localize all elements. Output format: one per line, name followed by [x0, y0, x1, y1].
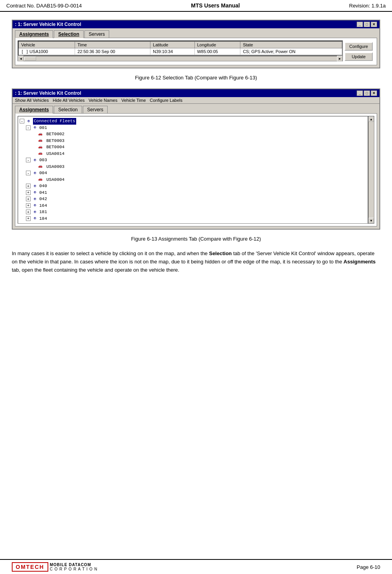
menu-hide-all[interactable]: Hide All Vehicles — [53, 98, 84, 103]
figure1-table-area: Vehicle Time Latitude Longitude State [ … — [18, 40, 343, 56]
vehicle-icon-USA0004: 🚗 — [38, 177, 45, 182]
table-row[interactable]: [ ] USA1000 22:50:36 30 Sep 00 N39:10:34… — [19, 48, 342, 55]
fleet-004[interactable]: - ⊕ 004 — [26, 170, 366, 177]
vehicle-icon-BET0004: 🚗 — [38, 145, 45, 149]
menu-configure-labels[interactable]: Configure Labels — [150, 98, 182, 103]
logo-area: OMTECH MOBILE DATACOM C O R P O R A T I … — [12, 562, 97, 572]
vehicle-BET0002[interactable]: 🚗 BET0002 — [32, 131, 366, 138]
bold-selection: Selection — [209, 250, 232, 256]
fleet-003[interactable]: - ⊕ 003 — [26, 157, 366, 164]
fleet-041-expand[interactable]: + — [26, 190, 31, 195]
scroll-up[interactable]: ▲ — [368, 116, 374, 122]
win1-minimize[interactable]: _ — [357, 22, 363, 27]
fleet-164[interactable]: + ⊕ 164 — [26, 202, 366, 209]
figure2-title: : 1: Server Vehicle Kit Control — [15, 90, 81, 96]
logo-box: OMTECH — [12, 562, 48, 572]
fleet-042-icon: ⊕ — [32, 196, 38, 202]
vertical-scrollbar[interactable]: ▲ ▼ — [368, 116, 374, 224]
scroll-thumb[interactable] — [24, 57, 36, 61]
fleet-003-expand[interactable]: - — [26, 158, 31, 162]
tab-selection-1[interactable]: Selection — [54, 30, 83, 38]
fleet-181-label: 181 — [39, 209, 47, 215]
header-right: Revision: 1.9.1a — [349, 3, 386, 9]
fleet-164-expand[interactable]: + — [26, 203, 31, 208]
footer-logo: OMTECH MOBILE DATACOM C O R P O R A T I … — [12, 562, 97, 572]
document-footer: OMTECH MOBILE DATACOM C O R P O R A T I … — [0, 559, 392, 574]
figure1-window: : 1: Server Vehicle Kit Control _ □ ✕ As… — [12, 20, 380, 68]
fleet-001-expand[interactable]: - — [26, 125, 31, 130]
fleet-184-expand[interactable]: + — [26, 216, 31, 221]
fleet-042[interactable]: + ⊕ 042 — [26, 196, 366, 202]
document-header: Contract No. DAAB15-99-D-0014 MTS Users … — [0, 0, 392, 12]
col-longitude: Longitude — [194, 42, 240, 48]
tab-servers-1[interactable]: Servers — [84, 30, 109, 38]
bold-assignments: Assignments — [344, 259, 376, 265]
figure1-titlebar: : 1: Server Vehicle Kit Control _ □ ✕ — [13, 20, 379, 28]
vehicle-USA0004[interactable]: 🚗 USA0004 — [32, 177, 366, 183]
fleet-184-label: 184 — [39, 215, 47, 222]
logo-subtitle: MOBILE DATACOM C O R P O R A T I O N — [50, 563, 98, 571]
logo-text: OMTECH — [16, 564, 44, 570]
fleet-042-expand[interactable]: + — [26, 197, 31, 201]
fleet-001-label: 001 — [39, 125, 47, 131]
cell-vehicle: [ ] USA1000 — [19, 48, 75, 55]
fleet-001[interactable]: - ⊕ 001 — [26, 125, 366, 131]
fleet-041[interactable]: + ⊕ 041 — [26, 189, 366, 196]
vehicle-label-BET0002: BET0002 — [46, 131, 64, 138]
vehicle-icon-BET0002: 🚗 — [38, 132, 45, 136]
horizontal-scrollbar[interactable]: ◄ ► — [18, 56, 343, 61]
tree-root[interactable]: - ⊕ Connected Fleets — [20, 118, 366, 125]
tree-panel: - ⊕ Connected Fleets - ⊕ 001 🚗 — [18, 116, 368, 224]
scroll-left[interactable]: ◄ — [18, 56, 24, 61]
tab-assignments-2[interactable]: Assignments — [15, 106, 53, 114]
tab-selection-2[interactable]: Selection — [54, 106, 82, 114]
vehicle-label-USA0004: USA0004 — [46, 177, 64, 183]
vehicle-USA0014[interactable]: 🚗 USA0014 — [32, 151, 366, 157]
scroll-right[interactable]: ► — [337, 56, 343, 61]
figure2-menubar: Show All Vehicles Hide All Vehicles Vehi… — [13, 97, 379, 104]
mobile-datacom: MOBILE DATACOM — [50, 563, 98, 567]
menu-vehicle-names[interactable]: Vehicle Names — [89, 98, 117, 103]
figure1-caption: Figure 6-12 Selection Tab (Compare with … — [12, 75, 380, 81]
cell-state: CS; GPS Active; Power ON — [240, 48, 342, 55]
col-latitude: Latitude — [150, 42, 194, 48]
fleet-040[interactable]: + ⊕ 040 — [26, 183, 366, 189]
win1-maximize[interactable]: □ — [364, 22, 370, 27]
win2-minimize[interactable]: _ — [357, 90, 363, 96]
header-center: MTS Users Manual — [191, 2, 240, 9]
scroll-down[interactable]: ▼ — [368, 218, 374, 223]
win2-close[interactable]: ✕ — [371, 90, 377, 96]
vehicle-icon-USA0003: 🚗 — [38, 164, 45, 169]
root-expand[interactable]: - — [20, 119, 24, 123]
vehicle-BET0003[interactable]: 🚗 BET0003 — [32, 138, 366, 144]
vehicle-USA0003[interactable]: 🚗 USA0003 — [32, 164, 366, 170]
vehicle-BET0004[interactable]: 🚗 BET0004 — [32, 144, 366, 151]
figure2-window: : 1: Server Vehicle Kit Control _ □ ✕ Sh… — [12, 88, 380, 230]
fleet-184[interactable]: + ⊕ 184 — [26, 215, 366, 222]
fleet-181-icon: ⊕ — [32, 209, 38, 215]
vehicle-icon-USA0014: 🚗 — [38, 151, 45, 156]
figure1-title: : 1: Server Vehicle Kit Control — [15, 22, 81, 27]
tab-servers-2[interactable]: Servers — [83, 106, 108, 114]
fleet-181[interactable]: + ⊕ 181 — [26, 209, 366, 215]
fleet-004-expand[interactable]: - — [26, 171, 31, 175]
root-icon: ⊕ — [26, 118, 32, 124]
win1-controls: _ □ ✕ — [357, 22, 377, 27]
header-left: Contract No. DAAB15-99-D-0014 — [6, 3, 82, 9]
menu-vehicle-time[interactable]: Vehicle Time — [121, 98, 146, 103]
update-button[interactable]: Update — [344, 52, 373, 61]
win1-close[interactable]: ✕ — [371, 22, 377, 27]
figure2-caption: Figure 6-13 Assignments Tab (Compare wit… — [12, 236, 380, 242]
menu-show-all[interactable]: Show All Vehicles — [15, 98, 49, 103]
fleet-181-expand[interactable]: + — [26, 210, 31, 214]
cell-longitude: W85:00:05 — [194, 48, 240, 55]
corporation: C O R P O R A T I O N — [50, 567, 98, 571]
col-time: Time — [75, 42, 150, 48]
fleet-040-icon: ⊕ — [32, 183, 38, 189]
cell-time: 22:50:36 30 Sep 00 — [75, 48, 150, 55]
win2-maximize[interactable]: □ — [364, 90, 370, 96]
configure-button[interactable]: Configure — [344, 42, 373, 51]
tab-assignments-1[interactable]: Assignments — [15, 30, 53, 38]
fleet-040-expand[interactable]: + — [26, 184, 31, 188]
vehicle-label-USA0014: USA0014 — [46, 151, 64, 157]
